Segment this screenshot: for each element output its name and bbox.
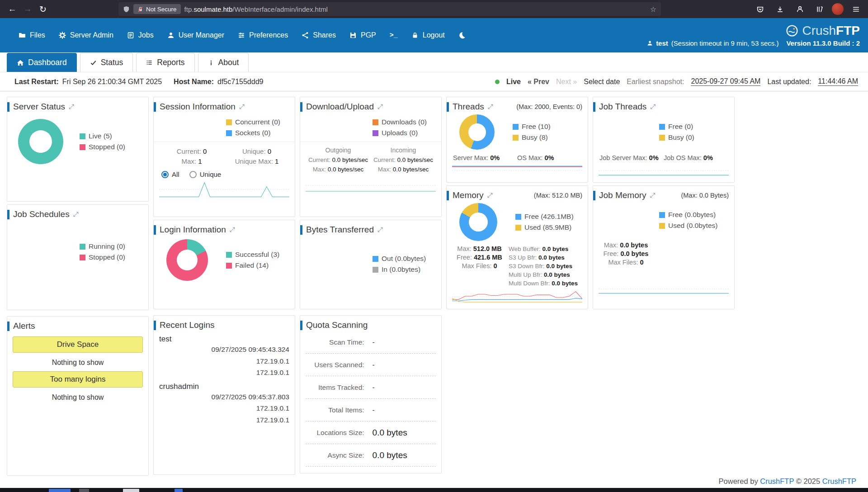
legend-swatch <box>226 119 232 125</box>
nav-shares-label: Shares <box>313 31 336 39</box>
taskbar-item[interactable] <box>123 489 139 492</box>
panel-accent <box>593 102 595 112</box>
nav-user-manager[interactable]: User Manager <box>160 27 231 44</box>
threads-sparkline <box>452 165 582 176</box>
forward-button[interactable]: → <box>20 2 35 16</box>
next-button[interactable]: Next » <box>556 78 577 86</box>
crushftp-link[interactable]: CrushFTP <box>822 477 856 485</box>
reload-button[interactable]: ↻ <box>35 2 51 16</box>
account-icon[interactable] <box>792 2 807 16</box>
server-status-donut <box>18 119 63 164</box>
legend-label: Free (426.1MB) <box>524 213 574 221</box>
nav-logout[interactable]: Logout <box>405 27 452 44</box>
legend-item: Free (10) <box>513 123 551 131</box>
alert-drive-space[interactable]: Drive Space <box>13 336 143 353</box>
stat-label: Max: <box>378 166 391 173</box>
expand-icon[interactable]: ⤢ <box>73 210 79 218</box>
last-updated-value[interactable]: 11:44:46 AM <box>818 77 858 86</box>
job-memory-core-stats: Max: 0.0 bytes Free: 0.0 bytes Max Files… <box>599 241 653 267</box>
taskbar-item[interactable] <box>49 489 71 492</box>
sliders-icon <box>238 32 245 39</box>
stat-value: 0.0 bytes <box>620 250 648 257</box>
legend-swatch <box>80 133 85 139</box>
quota-row: Items Tracked:- <box>306 376 436 399</box>
nav-preferences[interactable]: Preferences <box>231 27 295 44</box>
last-updated-label: Last updated: <box>767 78 811 86</box>
back-button[interactable]: ← <box>5 2 20 16</box>
expand-icon[interactable]: ⤢ <box>488 103 493 111</box>
live-status-dot <box>495 80 500 84</box>
expand-icon[interactable]: ⤢ <box>487 191 493 199</box>
library-icon[interactable] <box>812 2 827 16</box>
login-entry-user: crushadmin <box>159 382 289 391</box>
stat-value: 0% <box>544 154 554 161</box>
url-bar[interactable]: Not Secure ftp.soulmate.htb/WebInterface… <box>118 2 661 16</box>
user-icon <box>167 32 175 39</box>
nav-files[interactable]: Files <box>12 27 52 44</box>
stat-label: Max: <box>604 241 618 249</box>
crushftp-logo-icon <box>786 25 798 37</box>
legend-item: Busy (8) <box>513 133 551 142</box>
url-text[interactable]: ftp.soulmate.htb/WebInterface/admin/inde… <box>184 5 328 13</box>
nav-jobs[interactable]: Jobs <box>120 27 160 44</box>
menu-hamburger-icon[interactable] <box>848 2 863 16</box>
panel-accent <box>154 321 156 330</box>
legend-item: Uploads (0) <box>373 129 436 137</box>
not-secure-chip[interactable]: Not Secure <box>133 4 181 14</box>
last-restart-value: Fri Sep 26 21:00:34 GMT 2025 <box>62 78 162 86</box>
expand-icon[interactable]: ⤢ <box>377 103 383 111</box>
radio-unique[interactable]: Unique <box>189 170 222 178</box>
admin-tab-bar: Dashboard Status Reports About <box>0 52 868 72</box>
nav-files-label: Files <box>30 31 45 39</box>
tab-reports[interactable]: Reports <box>136 53 194 72</box>
divider <box>154 142 295 142</box>
panel-title: Download/Upload <box>306 102 374 112</box>
panel-session-information: Session Information⤢ Concurrent (0) Sock… <box>153 97 295 217</box>
prev-button[interactable]: « Prev <box>528 78 549 86</box>
nav-terminal[interactable]: >_ <box>383 27 405 44</box>
select-date-button[interactable]: Select date <box>584 78 620 86</box>
expand-icon[interactable]: ⤢ <box>650 191 656 199</box>
nav-server-admin[interactable]: Server Admin <box>52 27 120 44</box>
crushftp-logo[interactable]: CrushFTP <box>786 24 860 38</box>
dark-mode-toggle[interactable] <box>452 27 472 43</box>
panel-quota-scanning: Quota Scanning Scan Time:- Users Scanned… <box>300 315 442 473</box>
radio-all[interactable]: All <box>161 170 179 178</box>
stat-value: 0.0 bytes <box>544 271 570 278</box>
quota-row: Async Size:0.0 bytes <box>306 444 436 467</box>
expand-icon[interactable]: ⤢ <box>650 103 656 111</box>
expand-icon[interactable]: ⤢ <box>377 226 383 234</box>
stat-label: Job Server Max: <box>599 154 647 161</box>
pocket-icon[interactable] <box>752 2 768 16</box>
stat-label: Multi Down Bfr: <box>509 280 550 287</box>
crushftp-link[interactable]: CrushFTP <box>760 477 794 485</box>
panel-job-schedules: Job Schedules⤢ Running (0) Stopped (0) <box>7 204 149 310</box>
panel-title: Job Schedules <box>13 209 70 219</box>
radio-selected-icon <box>161 171 169 178</box>
bookmark-star-icon[interactable]: ☆ <box>650 5 656 14</box>
expand-icon[interactable]: ⤢ <box>239 103 245 111</box>
stat-value: 1 <box>275 157 278 165</box>
nav-pgp[interactable]: PGP <box>343 27 383 44</box>
taskbar-item[interactable] <box>79 489 89 492</box>
stat-value: 0.0 bytes <box>538 254 565 261</box>
profile-avatar[interactable] <box>832 3 844 15</box>
login-entry-ip: 172.19.0.1 <box>159 402 289 414</box>
legend-label: Downloads (0) <box>382 118 427 126</box>
stat-value: 0.0 bytes/sec <box>397 156 434 163</box>
tab-about[interactable]: About <box>198 53 249 72</box>
transfer-sparkline <box>306 179 436 192</box>
stat-value: 0% <box>490 154 500 161</box>
tab-dashboard[interactable]: Dashboard <box>7 53 77 72</box>
earliest-snapshot-value[interactable]: 2025-09-27 09:45 AM <box>691 77 760 86</box>
panel-accent <box>300 321 302 330</box>
downloads-icon[interactable] <box>772 2 788 16</box>
taskbar-item[interactable] <box>175 489 183 492</box>
tab-status[interactable]: Status <box>80 53 133 72</box>
nav-logout-label: Logout <box>423 31 445 39</box>
expand-icon[interactable]: ⤢ <box>69 103 74 111</box>
alert-too-many-logins[interactable]: Too many logins <box>13 371 143 388</box>
nav-shares[interactable]: Shares <box>295 27 343 44</box>
expand-icon[interactable]: ⤢ <box>230 226 235 234</box>
stat-label: Web Buffer: <box>509 246 541 252</box>
